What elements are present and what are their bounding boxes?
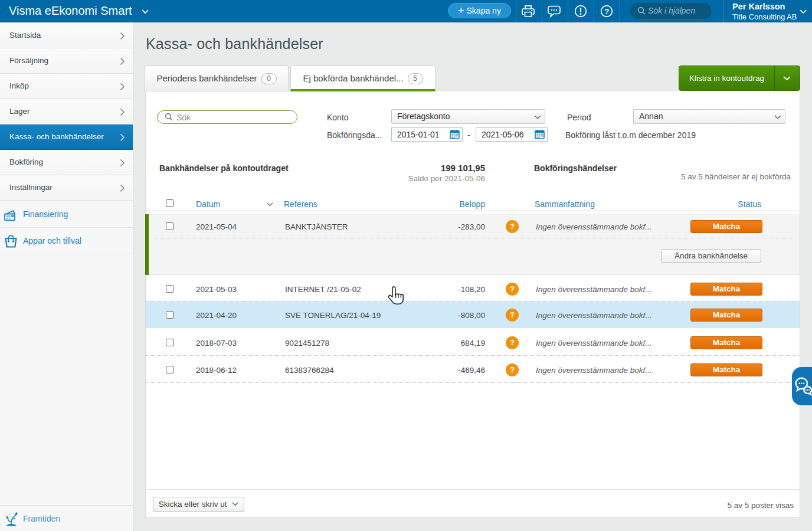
svg-text:?: ? xyxy=(604,7,609,16)
